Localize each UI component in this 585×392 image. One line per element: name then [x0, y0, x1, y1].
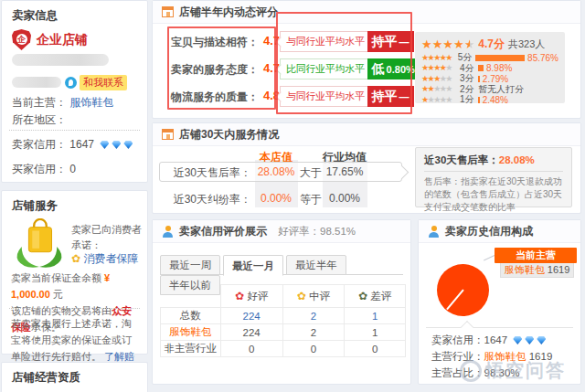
- compare-text: 比同行业平均水平: [280, 58, 367, 79]
- industry-compare-low: 比同行业平均水平 低0.80%: [280, 58, 420, 79]
- svc-store-value: 28.08%: [249, 165, 303, 178]
- dist-bar: [478, 76, 480, 82]
- dist-percent: 85.76%: [527, 53, 558, 63]
- count-cell: 224: [220, 324, 282, 341]
- stars-icon: ★★★★★: [421, 54, 458, 62]
- main-category-link[interactable]: 服饰鞋包: [69, 96, 113, 109]
- diamond-icon: [537, 336, 546, 344]
- tooltip-value: 28.08%: [499, 154, 535, 165]
- qualification-panel: 店铺经营资质: [1, 362, 148, 392]
- history-title: 卖家历史信用构成: [445, 224, 533, 239]
- dsr-title: 店铺半年内动态评分: [179, 5, 278, 20]
- diamond-icon: [513, 336, 522, 344]
- deposit-text: 卖家当前保证金余额: [11, 272, 101, 283]
- stars-icon: ★★★★★: [421, 96, 460, 104]
- deposit-unit: 元: [53, 289, 63, 300]
- count-link[interactable]: 224: [220, 308, 282, 324]
- table-row-category: 服饰鞋包 224 2 1: [161, 324, 406, 341]
- dist-label: 1分: [460, 93, 478, 106]
- dist-percent: 暂无人打分: [478, 83, 524, 96]
- store-icon: [162, 129, 174, 140]
- table-row-total: 总数 224 2 1: [161, 308, 406, 324]
- dist-percent: 2.48%: [483, 95, 508, 105]
- credit-pie-chart: [437, 264, 489, 316]
- rating-dist-row: ★★★★★ 2分 暂无人打分: [421, 84, 558, 94]
- diamond-icon: [525, 336, 534, 344]
- dsr-panel: 店铺半年内动态评分 宝贝与描述相符： 4.7分 卖家的服务态度： 4.7分 物流…: [152, 0, 581, 119]
- wangwang-icon: [65, 77, 77, 89]
- dist-bar: [478, 65, 484, 71]
- region-row: 所在地区：: [12, 112, 67, 128]
- person-icon: [428, 226, 440, 238]
- seller-info-panel: 卖家信息 企 企业店铺 和我联系 当前主营： 服饰鞋包 所在地区： 卖家信用： …: [1, 0, 148, 183]
- shop-type-label: 企业店铺: [37, 32, 88, 48]
- shop-type-row: 企 企业店铺: [12, 29, 88, 50]
- compare-text: 与同行业平均水平: [280, 31, 367, 52]
- consumer-guarantee-link[interactable]: 消费者保障: [83, 252, 138, 265]
- rating-summary: ★★★★★ 4.7分 共323人: [421, 37, 558, 52]
- summary-score: 4.7分: [478, 37, 505, 52]
- service-30d-title: 店铺30天内服务情况: [179, 127, 279, 143]
- count-link[interactable]: 2: [282, 308, 345, 324]
- tooltip-title: 近30天售后率：28.08%: [424, 154, 563, 172]
- after-sale-rate-tooltip: 近30天售后率：28.08% 售后率：指卖家在近30天退款成功的笔数（包含售后成…: [415, 147, 572, 207]
- buyer-credit-row: 买家信用： 0: [12, 162, 76, 177]
- divider: [9, 308, 140, 309]
- tab-last-half-year[interactable]: 最近半年: [286, 255, 346, 275]
- svc-industry-value: 0.00%: [317, 192, 372, 205]
- diamond-icon: [100, 141, 109, 149]
- region-label: 所在地区：: [12, 113, 67, 126]
- column-header-neutral: ✿ 中评: [282, 285, 345, 308]
- redacted-seller-id: [12, 77, 61, 88]
- row-label: 总数: [161, 308, 221, 324]
- dist-bar: [478, 97, 480, 103]
- dsr-row-label: 宝贝与描述相符：: [153, 35, 259, 50]
- promise-text: 卖家已向消费者承诺：: [71, 222, 144, 252]
- store-icon: [162, 6, 174, 17]
- dist-percent: 8.98%: [486, 63, 512, 73]
- rating-dist-row: ★★★★★ 5分 85.76%: [421, 53, 558, 63]
- divider: [9, 130, 140, 131]
- review-period-tabs: 最近一周最近一月最近半年半年以前: [160, 254, 403, 275]
- tab-last-week[interactable]: 最近一周: [160, 255, 220, 275]
- column-header-negative: ✿ 差评: [345, 285, 406, 308]
- svc-industry-value: 17.65%: [317, 165, 372, 178]
- compare-badge: 持平—: [367, 86, 414, 107]
- count-link[interactable]: 1: [345, 308, 406, 324]
- history-credit-row: 卖家信用：1647: [431, 334, 546, 347]
- positive-flower-icon: ✿: [235, 290, 244, 302]
- positive-rate: 好评率：98.51%: [278, 225, 356, 238]
- table-header-row: ✿ 好评 ✿ 中评 ✿ 差评: [161, 285, 406, 308]
- contact-row: 和我联系: [65, 75, 127, 90]
- contact-me-button[interactable]: 和我联系: [80, 75, 127, 90]
- tab-last-month[interactable]: 最近一月: [223, 255, 283, 276]
- pie-callout-body: 服饰鞋包 1619: [500, 263, 574, 278]
- buyer-credit-value: 0: [69, 163, 76, 175]
- count-cell: 0: [345, 341, 406, 357]
- dist-bar: [475, 55, 525, 61]
- svc-row-label: 近30天纠纷率：: [158, 192, 251, 207]
- reviews-table: ✿ 好评 ✿ 中评 ✿ 差评 总数 224 2 1 服饰鞋包 224 2 1 非…: [160, 284, 406, 357]
- dsr-row-label: 物流服务的质量：: [153, 90, 259, 105]
- seller-info-title: 卖家信息: [12, 8, 58, 24]
- count-cell: 1: [345, 324, 406, 341]
- rating-dist-row: ★★★★★ 4分 8.98%: [421, 63, 558, 73]
- buyer-credit-label: 买家信用：: [12, 163, 67, 175]
- rating-dist-row: ★★★★★ 1分 2.48%: [421, 95, 558, 105]
- compare-text: 与同行业平均水平: [280, 86, 367, 107]
- seller-credit-value: 1647: [69, 138, 94, 151]
- compare-badge: 低0.80%: [367, 58, 420, 79]
- stars-icon: ★★★★★: [421, 64, 460, 72]
- count-cell: 0: [220, 341, 282, 357]
- reviews-title: 卖家信用评价展示: [179, 224, 267, 239]
- count-cell: 2: [282, 324, 345, 341]
- shop-service-panel: 店铺服务 卖家已向消费者承诺： ✿ 消费者保障 卖家当前保证金余额 ¥ 1,00…: [1, 190, 148, 355]
- diamond-icon: [112, 141, 121, 149]
- table-row-nonmain: 非主营行业 0 0 0: [161, 341, 406, 357]
- reviews-header: 卖家信用评价展示 好评率：98.51%: [153, 220, 410, 243]
- person-icon: [162, 226, 174, 238]
- row-label: 服饰鞋包: [161, 324, 221, 341]
- credit-history-panel: 卖家历史信用构成 当前主营 服饰鞋包 1619 卖家信用：1647 主营行业：服…: [418, 219, 581, 385]
- seller-profile-page: 卖家信息 企 企业店铺 和我联系 当前主营： 服饰鞋包 所在地区： 卖家信用： …: [0, 0, 585, 392]
- rating-distribution-box: ★★★★★ 4.7分 共323人 ★★★★★ 5分 85.76% ★★★★★ 4…: [415, 32, 565, 103]
